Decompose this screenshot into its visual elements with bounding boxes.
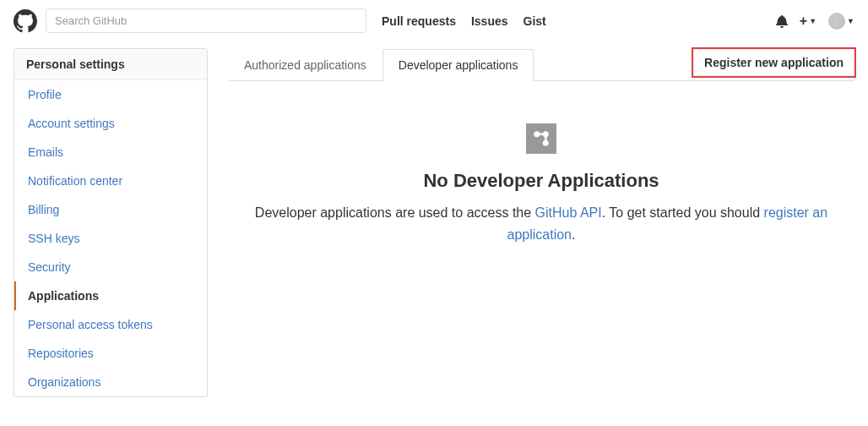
main-content: Authorized applications Developer applic… — [228, 48, 854, 397]
caret-down-icon: ▼ — [847, 17, 854, 25]
blankslate: No Developer Applications Developer appl… — [228, 81, 854, 245]
avatar-icon — [828, 13, 845, 30]
caret-down-icon: ▼ — [809, 17, 816, 25]
search-input[interactable] — [46, 8, 366, 33]
user-menu[interactable]: ▼ — [828, 13, 854, 30]
notifications-icon[interactable] — [776, 14, 788, 28]
sidebar-item-ssh-keys[interactable]: SSH keys — [14, 224, 207, 253]
tab-developer-applications[interactable]: Developer applications — [382, 49, 534, 81]
blankslate-title: No Developer Applications — [245, 170, 838, 192]
tabs: Authorized applications Developer applic… — [228, 48, 534, 80]
sidebar-item-personal-access-tokens[interactable]: Personal access tokens — [14, 310, 207, 339]
nav-pull-requests[interactable]: Pull requests — [382, 14, 456, 28]
sidebar-item-billing[interactable]: Billing — [14, 195, 207, 224]
sidebar-item-repositories[interactable]: Repositories — [14, 339, 207, 368]
create-new-menu[interactable]: +▼ — [800, 14, 816, 29]
sidebar-item-organizations[interactable]: Organizations — [14, 368, 207, 396]
tab-authorized-applications[interactable]: Authorized applications — [228, 49, 382, 81]
sidebar-item-applications[interactable]: Applications — [14, 281, 207, 310]
blankslate-text: Developer applications are used to acces… — [245, 202, 838, 245]
sidebar-item-security[interactable]: Security — [14, 253, 207, 281]
sidebar-item-profile[interactable]: Profile — [14, 80, 207, 109]
github-api-link[interactable]: GitHub API — [535, 205, 602, 220]
nav-gist[interactable]: Gist — [524, 14, 546, 28]
sidebar: Personal settings Profile Account settin… — [14, 48, 208, 397]
nav-issues[interactable]: Issues — [471, 14, 508, 28]
register-new-application-button[interactable]: Register new application — [693, 49, 854, 76]
github-logo-icon[interactable] — [14, 9, 37, 33]
nav-links: Pull requests Issues Gist — [382, 14, 546, 28]
plus-icon: + — [800, 14, 807, 29]
application-icon — [526, 123, 556, 154]
sidebar-item-account-settings[interactable]: Account settings — [14, 109, 207, 138]
header: Pull requests Issues Gist +▼ ▼ — [0, 0, 868, 41]
sidebar-title: Personal settings — [14, 49, 207, 80]
sidebar-item-notification-center[interactable]: Notification center — [14, 167, 207, 195]
sidebar-item-emails[interactable]: Emails — [14, 138, 207, 167]
